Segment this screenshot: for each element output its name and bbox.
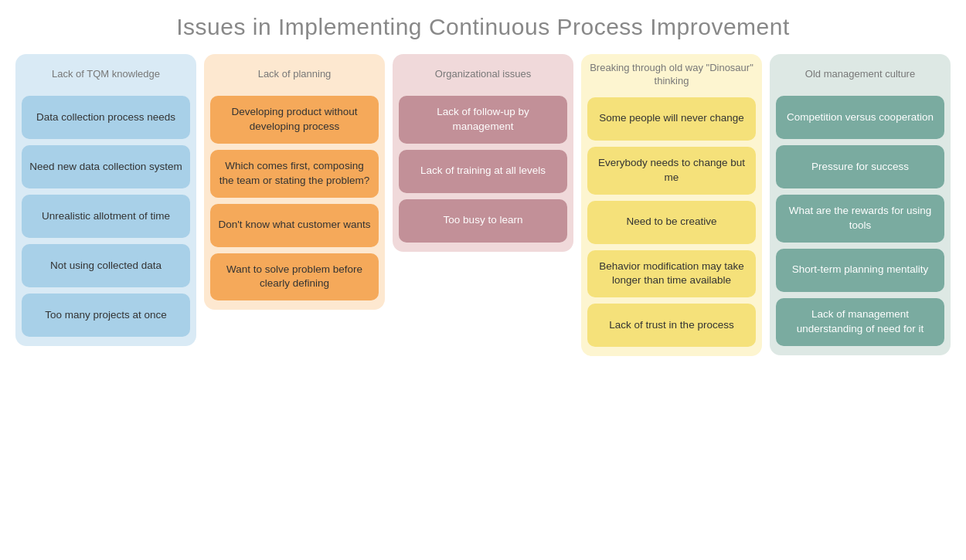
column-header-3: Breaking through old way "Dinosaur" thin… xyxy=(587,62,756,88)
card-0-0: Data collection process needs xyxy=(22,96,190,139)
page: Issues in Implementing Continuous Proces… xyxy=(0,0,966,560)
card-1-3: Want to solve problem before clearly def… xyxy=(210,253,379,301)
card-4-2: What are the rewards for using tools xyxy=(776,195,944,243)
card-4-1: Pressure for success xyxy=(776,145,944,188)
card-4-4: Lack of management understanding of need… xyxy=(776,298,944,346)
card-0-1: Need new data collection system xyxy=(22,145,190,188)
main-title: Issues in Implementing Continuous Proces… xyxy=(15,14,951,40)
card-3-4: Lack of trust in the process xyxy=(587,304,756,347)
card-3-3: Behavior modification may take longer th… xyxy=(587,250,756,298)
column-col-2: Lack of planningDeveloping product witho… xyxy=(204,54,385,310)
column-col-4: Breaking through old way "Dinosaur" thin… xyxy=(581,54,762,356)
card-1-0: Developing product without developing pr… xyxy=(210,96,379,144)
columns-container: Lack of TQM knowledgeData collection pro… xyxy=(15,54,951,356)
column-col-5: Old management cultureCompetition versus… xyxy=(770,54,951,355)
card-1-2: Don't know what customer wants xyxy=(210,204,379,247)
card-2-1: Lack of training at all levels xyxy=(399,150,567,193)
card-4-3: Short-term planning mentality xyxy=(776,249,944,292)
card-3-2: Need to be creative xyxy=(587,201,756,244)
card-2-2: Too busy to learn xyxy=(399,199,567,243)
column-col-1: Lack of TQM knowledgeData collection pro… xyxy=(15,54,196,346)
column-header-2: Organizational issues xyxy=(399,62,567,87)
card-4-0: Competition versus cooperation xyxy=(776,96,944,139)
card-1-1: Which comes first, composing the team or… xyxy=(210,150,379,198)
column-header-1: Lack of planning xyxy=(210,62,379,87)
card-2-0: Lack of follow-up by management xyxy=(399,96,567,144)
card-0-3: Not using collected data xyxy=(22,244,190,287)
card-0-2: Unrealistic allotment of time xyxy=(22,195,190,238)
card-3-0: Some people will never change xyxy=(587,97,756,141)
card-3-1: Everybody needs to change but me xyxy=(587,147,756,195)
column-header-0: Lack of TQM knowledge xyxy=(22,62,190,87)
column-col-3: Organizational issuesLack of follow-up b… xyxy=(393,54,573,252)
column-header-4: Old management culture xyxy=(776,62,944,87)
card-0-4: Too many projects at once xyxy=(22,294,190,337)
